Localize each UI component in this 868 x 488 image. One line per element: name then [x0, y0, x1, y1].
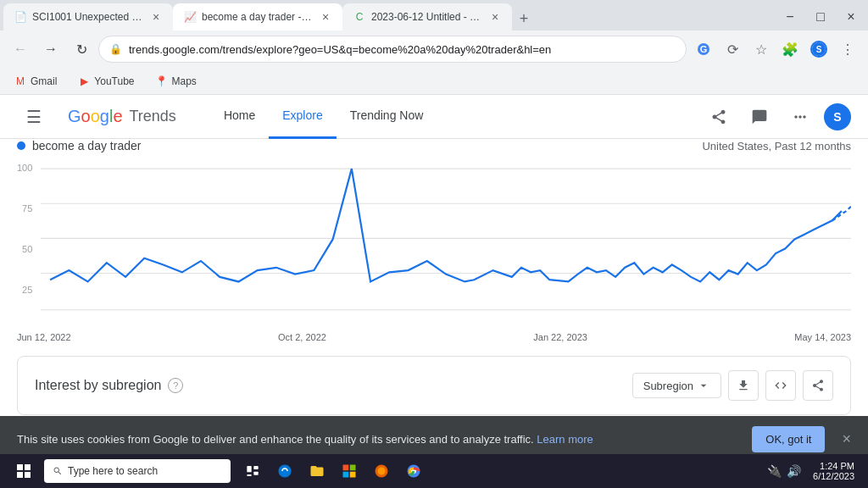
reload-button[interactable]: ↻ — [68, 36, 95, 63]
hamburger-menu-button[interactable]: ☰ — [17, 100, 51, 134]
network-icon[interactable]: 🔌 — [765, 464, 783, 478]
browser-icons: G ⟳ ☆ 🧩 S ⋮ — [690, 36, 861, 63]
firefox-button[interactable] — [366, 456, 397, 486]
apps-button[interactable] — [783, 100, 817, 134]
google-logo: Google — [68, 107, 123, 126]
chart-topic-row: become a day trader United States, Past … — [0, 139, 868, 159]
store-button[interactable] — [334, 456, 364, 486]
nav-home[interactable]: Home — [210, 95, 269, 139]
google-search-icon[interactable]: G — [690, 36, 717, 63]
bookmark-youtube[interactable]: ▶ YouTube — [70, 71, 141, 92]
tab1-close[interactable]: × — [149, 10, 163, 24]
share-button[interactable] — [702, 100, 736, 134]
ok-got-it-button[interactable]: OK, got it — [752, 426, 825, 452]
svg-rect-16 — [350, 465, 356, 471]
taskbar-time-text: 1:24 PM — [813, 461, 854, 471]
gt-nav: Home Explore Trending Now — [210, 95, 437, 139]
gt-header-actions: S — [702, 100, 851, 134]
svg-rect-12 — [253, 466, 258, 469]
svg-rect-10 — [25, 472, 31, 478]
tab2-label: become a day trader - Explore - ... — [202, 11, 314, 23]
volume-icon[interactable]: 🔊 — [785, 464, 803, 478]
cookie-message: This site uses cookies from Google to de… — [17, 433, 534, 446]
nav-trending[interactable]: Trending Now — [337, 95, 437, 139]
x-label-4: May 14, 2023 — [794, 332, 851, 342]
tab3-close[interactable]: × — [488, 10, 502, 24]
x-label-1: Jun 12, 2022 — [17, 332, 71, 342]
feedback-button[interactable] — [743, 100, 776, 134]
gt-header: ☰ Google Trends Home Explore Trending No… — [0, 95, 868, 139]
bookmarks-bar: M Gmail ▶ YouTube 📍 Maps — [0, 68, 868, 95]
cookie-dismiss-button[interactable]: × — [842, 430, 851, 448]
download-button[interactable] — [728, 370, 759, 401]
svg-rect-9 — [17, 472, 23, 478]
gt-profile-button[interactable]: S — [824, 103, 851, 130]
close-button[interactable]: × — [837, 3, 865, 30]
svg-text:G: G — [700, 44, 708, 54]
chrome-button[interactable] — [398, 456, 429, 486]
tab3-favicon: C — [353, 10, 366, 24]
taskbar-search-box[interactable]: Type here to search — [44, 459, 231, 483]
y-label-75: 75 — [17, 203, 37, 214]
subregion-info-icon[interactable]: ? — [168, 378, 183, 393]
edge-button[interactable] — [270, 456, 300, 486]
y-label-100: 100 — [17, 163, 37, 173]
tab-3[interactable]: C 2023-06-12 Untitled - Copy.ai × — [342, 3, 512, 30]
youtube-favicon: ▶ — [77, 75, 91, 88]
back-button[interactable]: ← — [7, 36, 34, 63]
bookmark-star-icon[interactable]: ☆ — [748, 36, 775, 63]
taskbar-right: 🔌 🔊 1:24 PM 6/12/2023 — [765, 461, 861, 481]
taskbar: Type here to search 🔌 🔊 1:24 PM 6/12/202… — [0, 454, 868, 488]
restore-button[interactable]: □ — [807, 3, 834, 30]
nav-explore[interactable]: Explore — [269, 95, 336, 139]
file-explorer-button[interactable] — [302, 456, 332, 486]
tab2-favicon: 📈 — [183, 10, 197, 24]
address-field[interactable]: 🔒 trends.google.com/trends/explore?geo=U… — [98, 36, 687, 63]
topic-dot — [17, 141, 25, 150]
forward-button[interactable]: → — [37, 36, 64, 63]
bookmark-maps[interactable]: 📍 Maps — [148, 71, 203, 92]
address-text: trends.google.com/trends/explore?geo=US&… — [129, 43, 676, 56]
tab-1[interactable]: 📄 SCI1001 Unexpected Careers Th... × — [3, 3, 173, 30]
tab-2[interactable]: 📈 become a day trader - Explore - ... × — [173, 3, 342, 30]
extension-icon[interactable]: 🧩 — [776, 36, 804, 63]
y-label-25: 25 — [17, 285, 37, 295]
tab2-close[interactable]: × — [319, 10, 332, 24]
start-button[interactable] — [7, 454, 41, 488]
svg-rect-15 — [343, 465, 349, 471]
chart-wrapper: 100 75 50 25 — [0, 159, 868, 342]
subregion-controls: Subregion — [632, 370, 833, 401]
tab1-favicon: 📄 — [14, 10, 27, 24]
svg-rect-14 — [247, 474, 251, 476]
x-label-2: Oct 2, 2022 — [278, 332, 326, 342]
more-menu-button[interactable]: ⋮ — [834, 36, 861, 63]
tab3-label: 2023-06-12 Untitled - Copy.ai — [371, 11, 483, 23]
topic-text: become a day trader — [32, 139, 141, 152]
chart-x-labels: Jun 12, 2022 Oct 2, 2022 Jan 22, 2023 Ma… — [0, 329, 868, 342]
share-subregion-button[interactable] — [803, 370, 833, 401]
subregion-dropdown-label: Subregion — [643, 380, 693, 392]
taskview-button[interactable] — [237, 456, 268, 486]
profile-btn[interactable]: S — [805, 36, 832, 63]
svg-rect-11 — [247, 466, 251, 472]
taskbar-clock[interactable]: 1:24 PM 6/12/2023 — [806, 461, 861, 481]
subregion-header: Interest by subregion ? Subregion — [35, 370, 833, 401]
lock-icon: 🔒 — [109, 43, 122, 55]
trends-logo-text: Trends — [130, 108, 176, 125]
subregion-dropdown[interactable]: Subregion — [632, 373, 721, 398]
chart-container[interactable]: 100 75 50 25 — [17, 159, 851, 329]
learn-more-link[interactable]: Learn more — [537, 433, 593, 446]
new-tab-button[interactable]: + — [512, 7, 536, 30]
minimize-button[interactable]: − — [776, 3, 804, 30]
y-axis-labels: 100 75 50 25 — [17, 159, 37, 329]
svg-rect-7 — [17, 464, 23, 470]
share-icon[interactable]: ⟳ — [719, 36, 746, 63]
y-label-50: 50 — [17, 244, 37, 254]
bookmark-gmail[interactable]: M Gmail — [7, 71, 64, 92]
svg-rect-13 — [253, 472, 258, 475]
embed-button[interactable] — [765, 370, 796, 401]
svg-rect-8 — [25, 464, 31, 470]
svg-point-20 — [378, 468, 386, 475]
trend-chart[interactable] — [17, 159, 851, 329]
dropdown-chevron-icon — [697, 379, 710, 392]
